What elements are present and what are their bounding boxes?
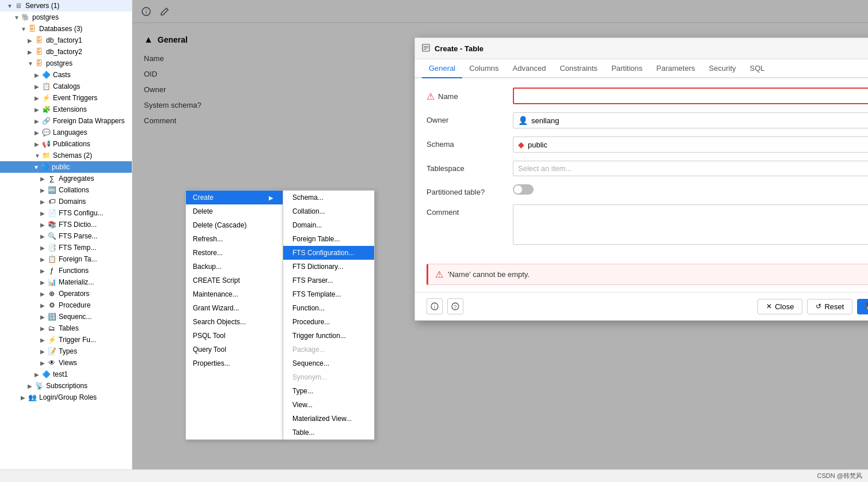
tab-parameters[interactable]: Parameters	[649, 59, 702, 78]
tab-advanced[interactable]: Advanced	[506, 59, 553, 78]
tab-columns[interactable]: Columns	[462, 59, 505, 78]
context-menu-delete[interactable]: Delete	[186, 204, 283, 218]
create-table-modal: Create - Table ✕	[414, 37, 868, 321]
sub-item-procedure[interactable]: Procedure...	[283, 315, 374, 329]
sidebar-item-functions[interactable]: ▶ ƒ Functions	[0, 265, 132, 276]
context-menu-query-tool[interactable]: Query Tool	[186, 343, 283, 356]
sidebar-item-event-triggers[interactable]: ▶ ⚡ Event Triggers	[0, 92, 132, 104]
name-required-icon: ⚠	[427, 91, 435, 102]
context-menu-delete-cascade[interactable]: Delete (Cascade)	[186, 218, 283, 232]
sidebar-item-servers[interactable]: ▼ 🖥 Servers (1)	[0, 0, 132, 12]
tab-constraints[interactable]: Constraints	[553, 59, 604, 78]
sidebar-item-db-factory2[interactable]: ▶ 🗄 db_factory2	[0, 46, 132, 58]
context-menu-backup[interactable]: Backup...	[186, 260, 283, 274]
footer-info-button[interactable]: i	[427, 298, 443, 314]
context-menu-create[interactable]: Create ▶	[186, 191, 283, 204]
sub-item-collation[interactable]: Collation...	[283, 204, 374, 218]
sidebar-item-domains[interactable]: ▶ 🏷 Domains	[0, 196, 132, 207]
sub-item-function[interactable]: Function...	[283, 301, 374, 315]
context-menu-main: Create ▶ Delete Delete (Cascade) Refresh…	[185, 190, 283, 440]
trigger-fu-icon: ⚡	[47, 335, 56, 344]
tab-security[interactable]: Security	[702, 59, 743, 78]
delete-cascade-label: Delete (Cascade)	[193, 221, 246, 229]
context-menu-properties[interactable]: Properties...	[186, 356, 283, 370]
sidebar-item-foreign-tables[interactable]: ▶ 📋 Foreign Ta...	[0, 253, 132, 265]
sidebar-item-subscriptions[interactable]: ▶ 📡 Subscriptions	[0, 380, 132, 392]
context-menu-search-objects[interactable]: Search Objects...	[186, 315, 283, 329]
context-menu-psql-tool[interactable]: PSQL Tool	[186, 329, 283, 343]
sub-item-table[interactable]: Table...	[283, 426, 374, 439]
sub-item-fts-dict[interactable]: FTS Dictionary...	[283, 260, 374, 274]
sidebar-item-operators[interactable]: ▶ ⊕ Operators	[0, 288, 132, 299]
sidebar-item-extensions[interactable]: ▶ 🧩 Extensions	[0, 104, 132, 115]
db-factory1-label: db_factory1	[46, 36, 82, 44]
name-input[interactable]	[513, 88, 868, 104]
tab-partitions[interactable]: Partitions	[604, 59, 649, 78]
context-menu-refresh[interactable]: Refresh...	[186, 232, 283, 246]
tab-general[interactable]: General	[422, 59, 462, 78]
sub-item-foreign-table[interactable]: Foreign Table...	[283, 232, 374, 246]
sub-item-materialized-view[interactable]: Materialized View...	[283, 412, 374, 426]
sidebar-item-test1[interactable]: ▶ 🔷 test1	[0, 369, 132, 380]
sub-item-view[interactable]: View...	[283, 398, 374, 412]
context-menu-restore[interactable]: Restore...	[186, 246, 283, 260]
foreign-tables-arrow: ▶	[40, 256, 47, 263]
sidebar-item-procedures[interactable]: ▶ ⚙ Procedure	[0, 299, 132, 311]
sub-item-trigger-function[interactable]: Trigger function...	[283, 329, 374, 343]
reset-button[interactable]: ↺ Reset	[807, 299, 852, 314]
schema-select[interactable]: ◆ public ✕ ▼	[513, 136, 868, 153]
save-button[interactable]: 💾 Save	[857, 299, 868, 314]
close-button[interactable]: ✕ Close	[757, 299, 802, 314]
sidebar-item-collations[interactable]: ▶ 🔤 Collations	[0, 184, 132, 196]
sidebar-item-catalogs[interactable]: ▶ 📋 Catalogs	[0, 81, 132, 92]
form-comment-field	[513, 204, 868, 246]
sidebar-item-languages[interactable]: ▶ 💬 Languages	[0, 127, 132, 138]
sub-item-fts-parser[interactable]: FTS Parser...	[283, 274, 374, 287]
tablespace-select[interactable]: Select an item... ▼	[513, 161, 868, 176]
sub-item-type[interactable]: Type...	[283, 384, 374, 398]
partitioned-toggle[interactable]	[513, 184, 534, 195]
sidebar-item-databases[interactable]: ▼ 🗄 Databases (3)	[0, 23, 132, 35]
sidebar-item-materializ[interactable]: ▶ 📊 Materializ...	[0, 276, 132, 288]
sidebar-item-fdw[interactable]: ▶ 🔗 Foreign Data Wrappers	[0, 115, 132, 127]
sidebar-item-publications[interactable]: ▶ 📢 Publications	[0, 138, 132, 150]
sidebar-item-tables[interactable]: ▶ 🗂 Tables	[0, 322, 132, 334]
sidebar-item-trigger-fu[interactable]: ▶ ⚡ Trigger Fu...	[0, 334, 132, 346]
materializ-arrow: ▶	[40, 279, 47, 286]
sub-item-sequence[interactable]: Sequence...	[283, 356, 374, 370]
sidebar-item-public[interactable]: ▼ 🔷 public	[0, 161, 132, 173]
context-menu-create-script[interactable]: CREATE Script	[186, 274, 283, 287]
sidebar-item-aggregates[interactable]: ▶ ∑ Aggregates	[0, 173, 132, 184]
context-menu-maintenance[interactable]: Maintenance...	[186, 287, 283, 301]
owner-select[interactable]: 👤 senllang ▼	[513, 112, 868, 128]
sidebar-item-views[interactable]: ▶ 👁 Views	[0, 357, 132, 369]
sub-item-schema[interactable]: Schema...	[283, 191, 374, 204]
sidebar-item-schemas[interactable]: ▼ 📁 Schemas (2)	[0, 150, 132, 161]
sidebar-item-fts-template[interactable]: ▶ 📑 FTS Temp...	[0, 242, 132, 253]
query-tool-label: Query Tool	[193, 346, 226, 354]
views-icon: 👁	[47, 358, 56, 367]
footer-help-button[interactable]: ?	[447, 298, 463, 314]
partitioned-field-label: Partitioned table?	[427, 188, 485, 196]
tablespace-field-label: Tablespace	[427, 164, 465, 173]
sidebar-item-sequences[interactable]: ▶ 🔢 Sequenc...	[0, 311, 132, 322]
sidebar-item-types[interactable]: ▶ 📝 Types	[0, 346, 132, 357]
sidebar-item-fts-parser[interactable]: ▶ 🔍 FTS Parse...	[0, 230, 132, 242]
sidebar-item-fts-config[interactable]: ▶ 📄 FTS Configu...	[0, 207, 132, 219]
form-row-name: ⚠ Name	[427, 88, 868, 104]
sidebar-item-casts[interactable]: ▶ 🔷 Casts	[0, 69, 132, 81]
sidebar-item-fts-dict[interactable]: ▶ 📚 FTS Dictio...	[0, 219, 132, 230]
sub-item-domain[interactable]: Domain...	[283, 218, 374, 232]
sub-item-fts-config[interactable]: FTS Configuration...	[283, 246, 374, 260]
collations-icon: 🔤	[47, 185, 56, 195]
context-menu-grant-wizard[interactable]: Grant Wizard...	[186, 301, 283, 315]
sidebar-item-postgres-db[interactable]: ▼ 🗄 postgres	[0, 58, 132, 69]
comment-textarea[interactable]	[513, 204, 868, 245]
sidebar-item-postgres-server[interactable]: ▼ 🐘 postgres	[0, 12, 132, 23]
sub-item-fts-template[interactable]: FTS Template...	[283, 287, 374, 301]
sidebar-item-db-factory1[interactable]: ▶ 🗄 db_factory1	[0, 35, 132, 46]
languages-icon: 💬	[41, 128, 51, 137]
maintenance-label: Maintenance...	[193, 290, 238, 298]
tab-sql[interactable]: SQL	[743, 59, 772, 78]
sidebar-item-login-group[interactable]: ▶ 👥 Login/Group Roles	[0, 392, 132, 403]
